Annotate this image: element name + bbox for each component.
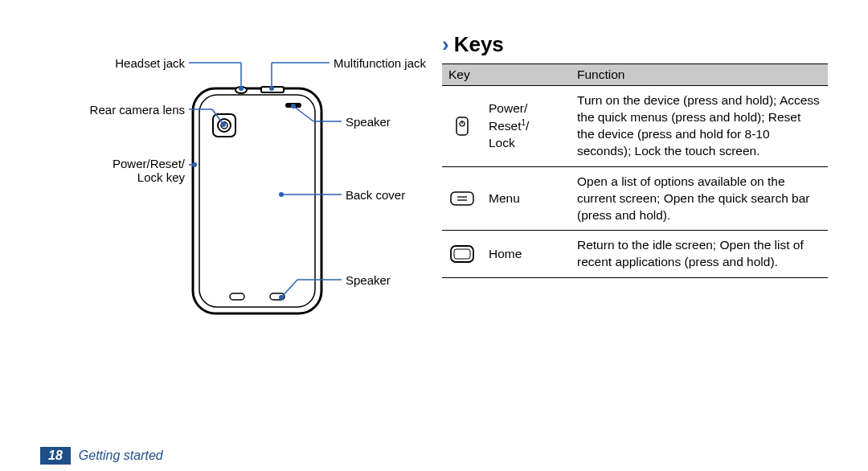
section-title-text: Keys [454,32,504,57]
key-icon-cell [442,231,482,278]
document-page: Headset jack Rear camera lens Power/Rese… [0,0,868,471]
svg-rect-8 [230,293,244,300]
svg-rect-36 [454,249,470,259]
key-name-home: Home [482,231,571,278]
svg-rect-9 [270,293,285,300]
key-function-power: Turn on the device (press and hold); Acc… [571,86,828,167]
section-heading-keys: › Keys [442,32,828,57]
keys-section-column: › Keys Key Function [442,32,828,338]
callout-multifunction-jack: Multifunction jack [334,56,446,70]
home-key-icon [449,244,475,264]
svg-rect-32 [451,192,473,205]
menu-key-icon [449,190,475,207]
power-key-icon [455,116,469,137]
two-column-layout: Headset jack Rear camera lens Power/Rese… [40,32,828,338]
table-row: Power/ Reset1/ Lock Turn on the device (… [442,86,828,167]
callout-headset-jack: Headset jack [96,56,185,70]
chevron-right-icon: › [442,32,449,57]
svg-rect-2 [213,114,235,137]
table-header-function: Function [571,64,828,86]
key-name-power: Power/ Reset1/ Lock [482,86,571,167]
callout-rear-camera-lens: Rear camera lens [64,103,185,117]
key-function-menu: Open a list of options available on the … [571,166,828,231]
table-row: Home Return to the idle screen; Open the… [442,231,828,278]
callout-speaker-bottom: Speaker [346,273,426,287]
table-row: Menu Open a list of options available on… [442,166,828,231]
key-name-menu: Menu [482,166,571,231]
page-number: 18 [40,447,71,465]
device-diagram-column: Headset jack Rear camera lens Power/Rese… [40,32,418,338]
svg-point-5 [235,87,247,93]
svg-rect-6 [261,87,284,92]
callout-speaker-top: Speaker [346,115,426,129]
callout-power-reset-lock-key: Power/Reset/ Lock key [88,157,185,184]
table-header-key: Key [442,64,571,86]
keys-table: Key Function [442,63,828,278]
page-footer: 18 Getting started [40,447,163,465]
key-function-home: Return to the idle screen; Open the list… [571,231,828,278]
key-icon-cell [442,166,482,231]
key-icon-cell [442,86,482,167]
footer-section-name: Getting started [79,448,163,463]
svg-rect-7 [285,103,301,108]
device-outline-illustration [185,80,330,322]
callout-back-cover: Back cover [346,188,426,202]
